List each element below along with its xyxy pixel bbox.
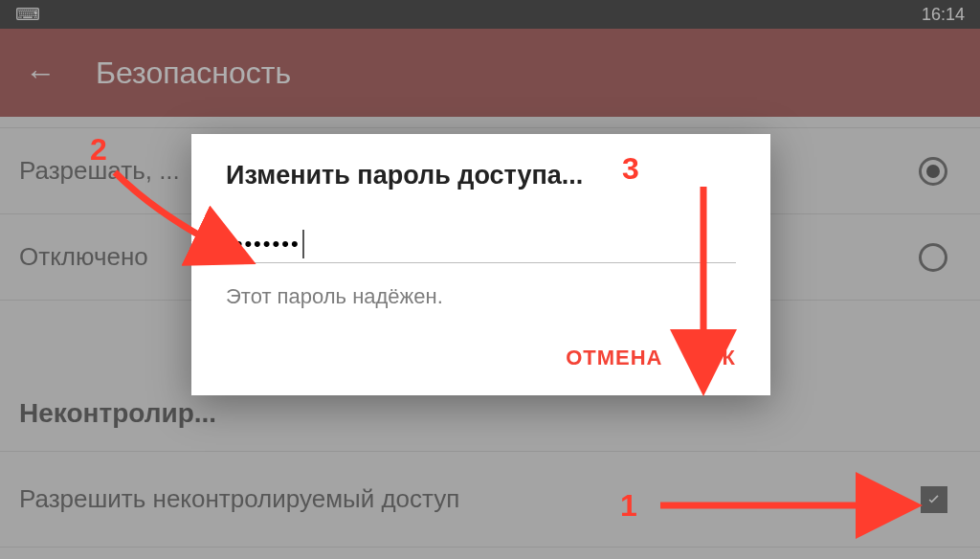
password-masked-value: •••••••• bbox=[226, 232, 301, 262]
text-caret-icon bbox=[302, 230, 304, 258]
cancel-button[interactable]: ОТМЕНА bbox=[566, 346, 662, 370]
password-input[interactable]: •••••••• bbox=[226, 208, 736, 263]
annotation-label-2: 2 bbox=[90, 132, 107, 168]
dialog-title: Изменить пароль доступа... bbox=[191, 134, 770, 208]
change-password-dialog: Изменить пароль доступа... •••••••• Этот… bbox=[191, 134, 770, 395]
ok-button[interactable]: ОК bbox=[704, 346, 736, 370]
password-strength-hint: Этот пароль надёжен. bbox=[226, 263, 736, 319]
annotation-label-3: 3 bbox=[622, 151, 639, 187]
annotation-label-1: 1 bbox=[620, 488, 637, 524]
